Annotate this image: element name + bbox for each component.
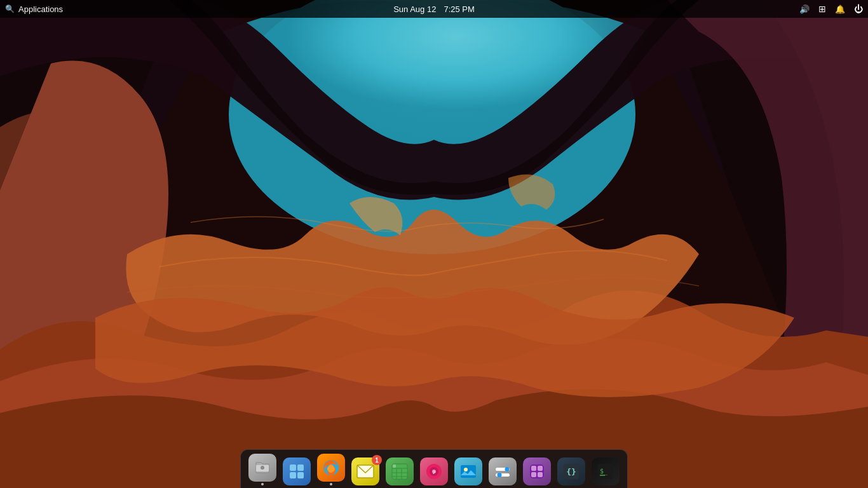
svg-text:{}: {}	[566, 467, 576, 477]
svg-rect-20	[461, 465, 476, 478]
applications-menu[interactable]: Applications	[18, 4, 63, 14]
svg-text:♪: ♪	[433, 468, 436, 475]
svg-point-2	[261, 466, 264, 470]
notification-icon[interactable]: 🔔	[835, 4, 845, 14]
panel-left: 🔍 Applications	[5, 4, 63, 14]
date-display: Sun Aug 12	[393, 4, 436, 14]
panel-right: 🔊 ⊞ 🔔 ⏻	[799, 4, 863, 14]
dock-item-mail[interactable]: 1	[349, 458, 382, 488]
svg-rect-28	[538, 466, 543, 471]
dock-item-brackets[interactable]: {}	[555, 458, 588, 488]
dock-item-appstore[interactable]	[520, 458, 553, 488]
svg-text:$_: $_	[600, 468, 608, 475]
dock-item-photos[interactable]	[452, 458, 485, 488]
dock-item-calc[interactable]	[383, 458, 416, 488]
svg-rect-4	[297, 464, 304, 471]
search-icon: 🔍	[5, 4, 15, 13]
time-display: 7:25 PM	[444, 4, 474, 14]
dock-dot-files	[261, 483, 264, 485]
dock-item-terminal[interactable]: $_	[589, 458, 622, 488]
svg-rect-27	[531, 466, 536, 471]
dock-item-music[interactable]: ♪	[417, 458, 451, 488]
dock-item-firefox[interactable]	[315, 454, 348, 488]
svg-rect-6	[297, 472, 304, 478]
top-panel: 🔍 Applications Sun Aug 12 7:25 PM 🔊 ⊞ 🔔 …	[0, 0, 868, 18]
power-icon[interactable]: ⏻	[854, 4, 863, 14]
svg-point-25	[498, 473, 502, 477]
dock: 1	[240, 449, 628, 488]
panel-center: Sun Aug 12 7:25 PM	[393, 4, 475, 14]
dock-dot-firefox	[330, 483, 332, 485]
svg-rect-29	[531, 472, 536, 477]
display-icon[interactable]: ⊞	[818, 4, 826, 14]
desktop: 🔍 Applications Sun Aug 12 7:25 PM 🔊 ⊞ 🔔 …	[0, 0, 868, 488]
volume-icon[interactable]: 🔊	[799, 4, 810, 14]
svg-point-21	[464, 468, 468, 471]
svg-rect-35	[600, 475, 605, 476]
mail-badge: 1	[372, 455, 382, 465]
svg-rect-3	[290, 464, 296, 471]
svg-point-23	[505, 467, 510, 471]
dock-item-files[interactable]	[246, 454, 279, 488]
dock-item-multitasking[interactable]	[280, 458, 313, 488]
svg-rect-5	[290, 472, 296, 478]
svg-rect-30	[538, 472, 543, 477]
dock-item-settings[interactable]	[486, 458, 519, 488]
svg-rect-15	[393, 464, 396, 468]
